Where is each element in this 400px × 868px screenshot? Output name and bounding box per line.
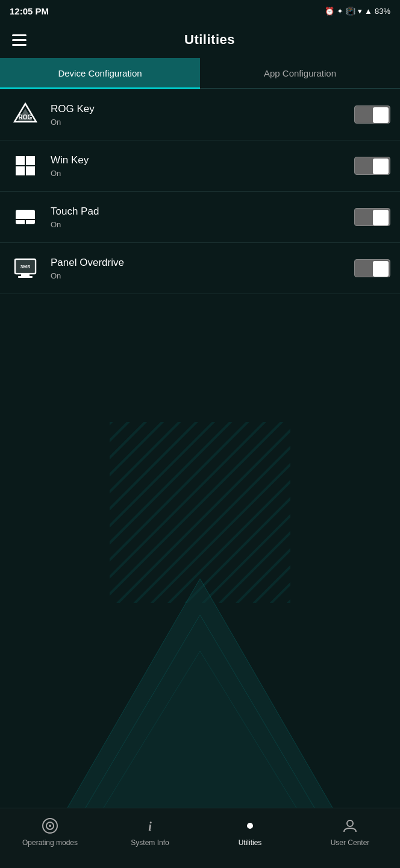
svg-text:i: i [148,820,152,833]
panel-overdrive-text: Panel Overdrive On [51,256,354,280]
win-key-toggle-knob [373,159,389,174]
svg-rect-3 [16,156,25,165]
panel-overdrive-item: 3MS Panel Overdrive On [0,243,400,294]
nav-operating-modes[interactable]: Operating modes [0,814,100,847]
touch-pad-icon [10,201,41,233]
top-bar: Utilities [0,22,400,58]
panel-overdrive-icon: 3MS [10,253,41,284]
background-decoration [0,422,400,808]
bottom-nav: Operating modes i System Info Utilities … [0,808,400,868]
nav-system-info-label: System Info [131,838,169,847]
svg-rect-6 [26,166,35,175]
tab-device-configuration[interactable]: Device Configuration [0,58,200,88]
nav-user-center-label: User Center [331,838,370,847]
nav-utilities[interactable]: Utilities [200,814,300,847]
nav-operating-modes-label: Operating modes [22,838,78,847]
rog-key-icon: ROG [10,99,41,130]
win-key-status: On [51,169,354,178]
svg-rect-13 [21,274,30,276]
touch-pad-toggle-knob [373,210,389,225]
rog-key-item: ROG ROG Key On [0,89,400,140]
touch-pad-label: Touch Pad [51,205,354,218]
vibrate-icon: 📳 [346,7,355,16]
nav-utilities-label: Utilities [239,838,262,847]
operating-modes-icon [41,817,59,835]
signal-icon: ▲ [364,7,372,16]
win-key-toggle[interactable] [354,157,390,175]
rog-key-toggle[interactable] [354,105,390,124]
alarm-icon: ⏰ [325,7,334,16]
svg-text:ROG: ROG [19,114,33,121]
svg-line-20 [200,615,314,808]
svg-line-22 [200,651,296,808]
panel-overdrive-toggle[interactable] [354,259,390,277]
nav-user-center[interactable]: User Center [300,814,400,847]
status-bar: 12:05 PM ⏰ ✦ 📳 ▾ ▲ 83% [0,0,400,22]
rog-key-status: On [51,118,354,127]
nav-system-info[interactable]: i System Info [100,814,200,847]
svg-line-18 [200,579,333,808]
win-key-item: Win Key On [0,140,400,192]
utilities-icon [241,817,259,835]
panel-overdrive-status: On [51,271,354,280]
status-icons: ⏰ ✦ 📳 ▾ ▲ 83% [325,7,390,16]
svg-line-19 [86,615,200,808]
svg-point-30 [347,820,353,826]
svg-point-25 [49,825,51,827]
touch-pad-toggle[interactable] [354,208,390,226]
svg-rect-16 [110,422,290,603]
bluetooth-icon: ✦ [337,7,343,16]
rog-key-label: ROG Key [51,102,354,116]
svg-rect-14 [18,276,33,278]
win-key-label: Win Key [51,154,354,167]
svg-rect-4 [26,156,35,165]
touch-pad-item: Touch Pad On [0,192,400,243]
svg-point-29 [247,823,253,829]
settings-list: ROG ROG Key On Win Key On [0,89,400,294]
status-time: 12:05 PM [10,6,49,16]
rog-key-text: ROG Key On [51,102,354,126]
win-key-text: Win Key On [51,154,354,177]
svg-line-21 [104,651,200,808]
svg-rect-5 [16,166,25,175]
tab-app-configuration[interactable]: App Configuration [200,58,400,88]
user-center-icon [341,817,359,835]
tab-bar: Device Configuration App Configuration [0,58,400,89]
touch-pad-status: On [51,220,354,229]
rog-key-toggle-knob [373,107,389,123]
menu-button[interactable] [10,32,29,48]
touch-pad-text: Touch Pad On [51,205,354,228]
svg-line-17 [67,579,200,808]
panel-overdrive-label: Panel Overdrive [51,256,354,269]
wifi-icon: ▾ [358,7,362,16]
system-info-icon: i [141,817,159,835]
panel-overdrive-toggle-knob [373,261,389,277]
svg-text:3MS: 3MS [20,264,31,269]
page-title: Utilities [29,32,390,48]
win-key-icon [10,150,41,181]
battery-text: 83% [375,7,390,16]
